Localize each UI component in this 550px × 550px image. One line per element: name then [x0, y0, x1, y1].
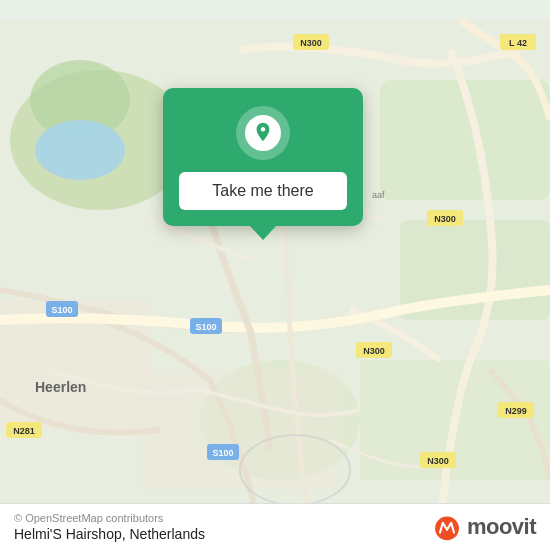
- svg-text:S100: S100: [51, 305, 72, 315]
- moovit-label: moovit: [467, 514, 536, 540]
- location-pin-icon: [252, 121, 274, 146]
- svg-text:aaf: aaf: [372, 190, 385, 200]
- map-attribution: © OpenStreetMap contributors: [14, 512, 205, 524]
- moovit-logo: moovit: [433, 513, 536, 541]
- popup-card: Take me there: [163, 88, 363, 226]
- svg-text:L 42: L 42: [509, 38, 527, 48]
- moovit-icon: [433, 513, 461, 541]
- svg-text:N300: N300: [427, 456, 449, 466]
- location-name: Helmi'S Hairshop, Netherlands: [14, 526, 205, 542]
- bottom-left-section: © OpenStreetMap contributors Helmi'S Hai…: [14, 512, 205, 542]
- location-icon-inner: [245, 115, 281, 151]
- svg-point-3: [35, 120, 125, 180]
- bottom-bar: © OpenStreetMap contributors Helmi'S Hai…: [0, 503, 550, 550]
- take-me-there-button[interactable]: Take me there: [179, 172, 347, 210]
- svg-text:N300: N300: [434, 214, 456, 224]
- map-background: N300 N300 N300 N300 N299 N281 S100 S100 …: [0, 0, 550, 550]
- svg-text:N281: N281: [13, 426, 35, 436]
- svg-text:N300: N300: [300, 38, 322, 48]
- svg-text:S100: S100: [212, 448, 233, 458]
- svg-text:N300: N300: [363, 346, 385, 356]
- svg-text:N299: N299: [505, 406, 527, 416]
- location-icon-wrapper: [236, 106, 290, 160]
- svg-text:Heerlen: Heerlen: [35, 379, 86, 395]
- map-container: N300 N300 N300 N300 N299 N281 S100 S100 …: [0, 0, 550, 550]
- svg-text:S100: S100: [195, 322, 216, 332]
